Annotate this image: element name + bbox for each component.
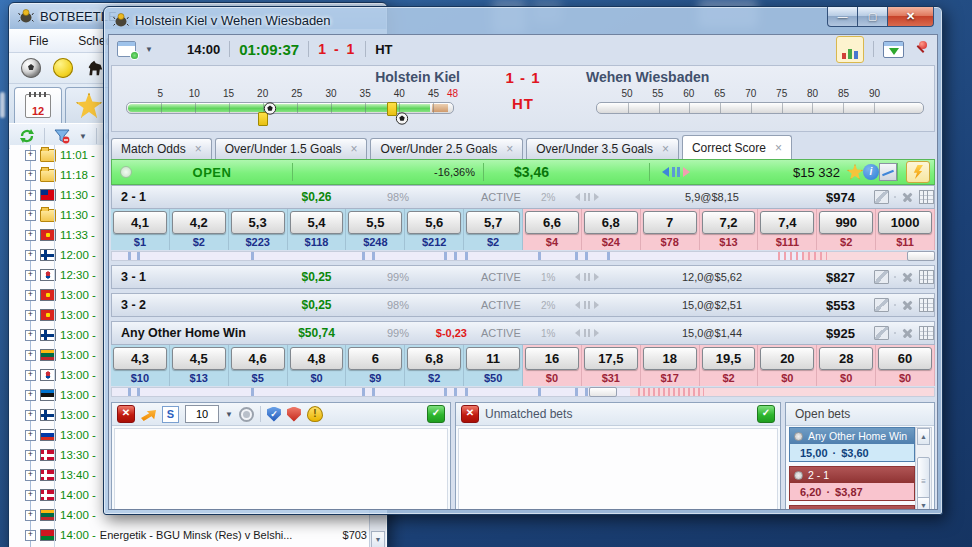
tree-expand-icon[interactable]: + [25,430,36,441]
scroll-down-icon[interactable]: ▼ [371,531,385,547]
back-price-button[interactable]: 5,7 [466,211,520,234]
tree-expand-icon[interactable]: + [25,410,36,421]
shield-alert-icon[interactable] [287,407,301,422]
tree-expand-icon[interactable]: + [25,210,36,221]
histogram-handle[interactable] [589,387,617,397]
chart-icon[interactable] [874,270,889,284]
tree-expand-icon[interactable]: + [25,310,36,321]
tree-expand-icon[interactable]: + [25,350,36,361]
step-back-icon[interactable] [575,301,580,309]
close-tab-icon[interactable]: × [350,144,357,154]
open-bet-card[interactable]: 2 - 16,20·$3,87 [789,466,915,501]
match-window-titlebar[interactable]: Holstein Kiel v Wehen Wiesbaden [104,7,942,33]
warning-badge-icon[interactable]: ! [307,406,323,422]
ladder-icon[interactable] [919,190,934,204]
back-price-button[interactable]: 4,3 [113,347,167,370]
open-bet-card[interactable]: Any Other Home Win15,00·$3,60 [789,427,915,462]
histogram-handle[interactable] [907,251,935,261]
step-forward-icon[interactable] [594,329,599,337]
tree-expand-icon[interactable]: + [25,510,36,521]
menu-file[interactable]: File [29,34,48,48]
tree-expand-icon[interactable]: + [25,330,36,341]
cancel-unmatched-button[interactable]: ✕ [461,405,479,423]
runner-row[interactable]: 2 - 1$0,2698%ACTIVE2%5,9@$8,15$974▼✕ [111,185,935,209]
minimize-button[interactable]: — [827,7,858,27]
chart-icon[interactable] [874,298,889,312]
step-forward-icon[interactable] [683,167,690,177]
second-half-timeline[interactable]: 505560657075808590 [596,88,924,124]
back-price-button[interactable]: 5,4 [290,211,344,234]
lay-price-button[interactable]: 60 [878,347,932,370]
tools-icon[interactable] [901,327,914,339]
manual-bet-icon[interactable] [141,407,156,421]
chevron-down-icon[interactable]: ▼ [225,410,233,419]
back-price-button[interactable]: 11 [466,347,520,370]
open-bets-scrollbar[interactable]: ▲ ≡ ▼ [915,427,932,510]
pause-icon[interactable] [584,329,590,337]
back-price-button[interactable]: 5,3 [231,211,285,234]
lay-price-button[interactable]: 990 [819,211,873,234]
scroll-down-icon[interactable]: ▼ [917,497,930,510]
step-back-icon[interactable] [575,329,580,337]
market-tab[interactable]: Over/Under 3.5 Goals× [526,138,679,159]
pause-icon[interactable] [584,193,590,201]
maximize-button[interactable]: ▢ [858,7,887,27]
lay-price-button[interactable]: 20 [760,347,814,370]
lay-price-button[interactable]: 18 [643,347,697,370]
pin-window-icon[interactable] [913,40,929,58]
back-price-button[interactable]: 4,1 [113,211,167,234]
market-tab[interactable]: Match Odds× [111,138,212,159]
ladder-icon[interactable] [919,298,934,312]
market-tab[interactable]: Over/Under 1.5 Goals× [215,138,368,159]
runner-row[interactable]: 3 - 2$0,2598%ACTIVE2%15,0@$2,51$553▲✕ [111,293,935,317]
tree-expand-icon[interactable]: + [25,250,36,261]
step-forward-icon[interactable] [594,301,599,309]
lay-price-button[interactable]: 7 [643,211,697,234]
tree-expand-icon[interactable]: + [25,230,36,241]
lay-price-button[interactable]: 19,5 [702,347,756,370]
favorite-star-icon[interactable] [847,164,863,180]
dock-window-icon[interactable] [883,41,904,58]
add-market-icon[interactable] [117,41,136,57]
chevron-down-icon[interactable]: ▼ [145,45,153,54]
horse-racing-icon[interactable] [85,58,105,78]
first-half-timeline[interactable]: 5101520253035404548 [126,88,454,124]
close-button[interactable]: ✕ [887,7,934,27]
autopilot-button[interactable] [906,161,930,183]
lay-price-button[interactable]: 7,2 [702,211,756,234]
refresh-icon[interactable] [19,128,35,144]
schedule-event[interactable]: +14:00 -Energetik - BGU Minsk (Res) v Be… [10,525,370,545]
tree-expand-icon[interactable]: + [25,450,36,461]
market-tab[interactable]: Correct Score× [682,135,792,159]
tree-expand-icon[interactable]: + [25,190,36,201]
tree-expand-icon[interactable]: + [25,390,36,401]
cancel-bets-button[interactable]: ✕ [117,405,135,423]
step-forward-icon[interactable] [594,193,599,201]
tree-expand-icon[interactable]: + [25,270,36,281]
pause-icon[interactable] [672,167,680,177]
tools-icon[interactable] [901,299,914,311]
tree-expand-icon[interactable]: + [25,150,36,161]
back-price-button[interactable]: 5,5 [348,211,402,234]
close-tab-icon[interactable]: × [506,144,513,154]
pause-icon[interactable] [584,273,590,281]
ladder-icon[interactable] [919,270,934,284]
soccer-sport-icon[interactable] [21,58,41,78]
tree-expand-icon[interactable]: + [25,470,36,481]
tree-expand-icon[interactable]: + [25,290,36,301]
tools-icon[interactable] [901,191,914,203]
open-bet-card[interactable]: 2 - 17,60·$10,00 [789,505,915,510]
ladder-icon[interactable] [919,326,934,340]
tree-expand-icon[interactable]: + [25,370,36,381]
tools-icon[interactable] [901,271,914,283]
record-icon[interactable] [239,407,254,422]
runner-row[interactable]: 3 - 1$0,2599%ACTIVE1%12,0@$5,62$827▲✕ [111,265,935,289]
back-price-button[interactable]: 6 [348,347,402,370]
stop-loss-icon[interactable]: S [162,406,179,423]
scroll-up-icon[interactable]: ▲ [917,428,930,445]
pause-icon[interactable] [584,301,590,309]
runner-row[interactable]: Any Other Home Win$50,7499%$-0,23ACTIVE1… [111,321,935,345]
chart-icon[interactable] [874,190,889,204]
tree-expand-icon[interactable]: + [25,170,36,181]
back-price-button[interactable]: 4,2 [172,211,226,234]
